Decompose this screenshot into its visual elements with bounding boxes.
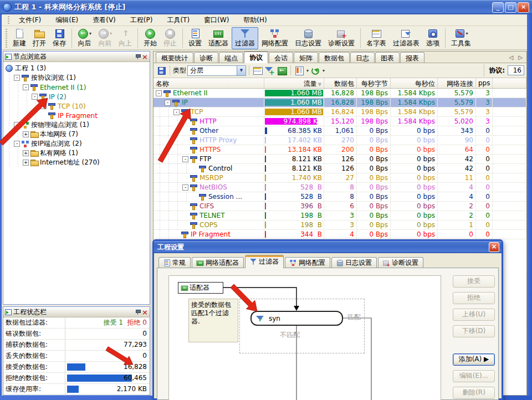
toolbar-button-start[interactable]: 开始 — [140, 27, 160, 49]
tab-端点[interactable]: 端点 — [219, 52, 243, 63]
close-button[interactable]: × — [518, 2, 529, 13]
chevron-down-icon[interactable]: ▾ — [306, 68, 309, 73]
dialog-close-button[interactable]: × — [489, 242, 499, 252]
row-expander[interactable]: - — [165, 100, 171, 106]
tree-item-3[interactable]: -IP (2) — [3, 92, 150, 101]
column-header-网络连接[interactable]: 网络连接 — [438, 78, 476, 88]
toolbar-button-forward[interactable]: ▾向前 — [95, 27, 115, 49]
tree-item-5[interactable]: IP Fragment — [3, 111, 150, 120]
column-header-名称[interactable]: 名称 — [154, 78, 264, 88]
tab-报表[interactable]: 报表 — [400, 52, 424, 63]
minimize-button[interactable]: _ — [492, 2, 504, 13]
row-expander[interactable]: - — [173, 109, 180, 115]
menu-item-4[interactable]: 工具(T) — [160, 14, 197, 26]
tab-矩阵[interactable]: 矩阵 — [294, 52, 318, 63]
column-header-每秒字节[interactable]: 每秒字节 — [357, 78, 391, 88]
toolbar-button-diag[interactable]: 诊断设置 — [325, 27, 358, 49]
tab-数据包[interactable]: 数据包 — [319, 52, 350, 63]
tree-item-1[interactable]: -按协议浏览 (1) — [3, 73, 150, 83]
tab-协议[interactable]: 协议 — [244, 52, 268, 63]
dialog-tab-网络配置[interactable]: 网络配置 — [285, 257, 330, 268]
tab-scroll-arrows[interactable]: ◁ ▷ — [509, 54, 524, 60]
table-view-icon[interactable] — [252, 65, 263, 76]
table-row-Other[interactable]: Other68.385 KB1,0610 Bps0 bps3430 — [154, 126, 526, 136]
tree-item-8[interactable]: -按IP端点浏览 (2) — [3, 139, 150, 148]
tree-expander[interactable]: - — [14, 122, 20, 128]
table-row-TCP[interactable]: -TCP1.060 MB16,824198 Bps1.584 Kbps5,579… — [154, 107, 526, 117]
table-row-MSRDP[interactable]: MSRDP1.740 KB270 Bps0 bps110 — [154, 173, 526, 183]
tree-item-2[interactable]: -Ethernet II (1) — [3, 83, 150, 92]
tree-expander[interactable]: + — [40, 103, 47, 109]
menu-item-1[interactable]: 编辑(E) — [48, 14, 85, 26]
pin-icon[interactable] — [135, 309, 140, 315]
tree-expander[interactable]: - — [32, 94, 38, 100]
table-row-IP-Fragment[interactable]: IP Fragment344 B40 Bps0 bps00 — [154, 230, 526, 239]
columns-icon[interactable] — [294, 65, 305, 76]
table-row-COPS[interactable]: COPS198 B30 Bps0 bps10 — [154, 220, 526, 230]
toolbar-button-filtertable[interactable]: 过滤器表 — [390, 27, 423, 49]
dialog-tab-日志设置[interactable]: 日志设置 — [331, 257, 377, 268]
chevron-down-icon[interactable]: ▾ — [110, 31, 112, 36]
menu-item-3[interactable]: 工程(P) — [123, 14, 160, 26]
locate-node-icon[interactable] — [277, 65, 288, 76]
pin-icon[interactable] — [135, 54, 140, 59]
toolbar-button-open[interactable]: 打开 — [29, 27, 49, 49]
toolbar-button-stop[interactable]: 停止 — [160, 27, 180, 49]
chevron-down-icon[interactable]: ▾ — [323, 68, 325, 73]
tree-expander[interactable]: - — [23, 84, 29, 90]
toolbar-button-settings[interactable]: 设置 — [185, 27, 205, 49]
toolbar-button-tools[interactable]: ▾工具集 — [448, 27, 474, 49]
tree-item-9[interactable]: +私有网络 (1) — [3, 148, 150, 158]
table-row-Ethernet-II[interactable]: -Ethernet II1.060 MB16,828198 Bps1.584 K… — [154, 89, 526, 98]
tab-日志[interactable]: 日志 — [350, 52, 375, 63]
toolbar-button-options[interactable]: 选项 — [423, 27, 443, 49]
panel-close-icon[interactable]: × — [142, 309, 148, 315]
column-header-数据包[interactable]: 数据包 — [324, 78, 357, 88]
dialog-tab-过滤器[interactable]: 过滤器 — [245, 255, 284, 268]
type-combobox[interactable]: 分层 ▼ — [187, 65, 246, 76]
chevron-down-icon[interactable]: ▼ — [237, 66, 245, 75]
tree-expander[interactable]: + — [23, 160, 29, 166]
menu-item-0[interactable]: 文件(F) — [12, 14, 48, 26]
dialog-tab-网络适配器[interactable]: 网络适配器 — [192, 257, 244, 268]
make-filter-icon[interactable] — [264, 65, 275, 76]
toolbar-button-back[interactable]: ▾向后 — [74, 27, 95, 49]
maximize-button[interactable]: □ — [505, 2, 516, 13]
toolbar-button-new[interactable]: 新建 — [9, 27, 29, 49]
table-row-TELNET[interactable]: TELNET198 B30 Bps0 bps20 — [154, 211, 526, 220]
panel-close-icon[interactable]: × — [142, 54, 148, 60]
row-expander[interactable]: - — [182, 156, 188, 162]
tab-概要统计[interactable]: 概要统计 — [156, 52, 193, 63]
dialog-button-4[interactable]: 添加(A) ▶ — [453, 353, 495, 366]
tree-item-0[interactable]: 工程 1 (3) — [3, 64, 150, 73]
row-expander[interactable]: - — [156, 90, 162, 96]
tree-item-6[interactable]: -按物理端点浏览 (1) — [3, 120, 150, 130]
column-header-流量[interactable]: 流量▼ — [264, 78, 324, 88]
export-report-icon[interactable] — [157, 66, 166, 75]
tab-会话[interactable]: 会话 — [269, 52, 293, 63]
menu-item-6[interactable]: 帮助(H) — [236, 14, 274, 26]
table-row-CIFS[interactable]: CIFS396 B60 Bps0 bps20 — [154, 202, 526, 211]
table-row-FTP[interactable]: -FTP8.121 KB1260 Bps0 bps420 — [154, 155, 526, 164]
refresh-icon[interactable] — [310, 65, 321, 76]
toolbar-button-save[interactable]: 保存 — [49, 27, 69, 49]
chevron-down-icon[interactable]: ▾ — [89, 31, 91, 36]
tree-item-10[interactable]: +Internet地址 (270) — [3, 158, 150, 167]
tree-expander[interactable]: - — [14, 75, 20, 81]
row-expander[interactable]: - — [182, 184, 188, 191]
table-row-HTTP-Proxy[interactable]: HTTP Proxy17.402 KB2700 Bps0 bps900 — [154, 136, 526, 145]
toolbar-button-network[interactable]: 网络配置 — [258, 27, 291, 49]
tree-item-4[interactable]: +TCP (10) — [3, 101, 150, 111]
table-row-Control[interactable]: Control8.121 KB1260 Bps0 bps420 — [154, 164, 526, 173]
tree-item-7[interactable]: +本地网段 (7) — [3, 130, 150, 139]
tab-图表[interactable]: 图表 — [375, 52, 400, 63]
tree-expander[interactable]: + — [23, 150, 29, 156]
table-row-NetBIOS[interactable]: -NetBIOS528 B80 Bps0 bps40 — [154, 183, 526, 192]
table-row-IP[interactable]: -IP1.060 MB16,828198 Bps1.584 Kbps5,5793 — [154, 98, 526, 107]
menu-item-2[interactable]: 查看(V) — [85, 14, 123, 26]
toolbar-button-log[interactable]: 日志设置 — [291, 27, 325, 49]
table-row-Session-[interactable]: Session ...528 B80 Bps0 bps40 — [154, 192, 526, 202]
dialog-tab-诊断设置[interactable]: 诊断设置 — [378, 257, 423, 268]
dialog-tab-常规[interactable]: 常规 — [158, 257, 191, 268]
toolbar-button-up[interactable]: 向上 — [115, 27, 135, 49]
